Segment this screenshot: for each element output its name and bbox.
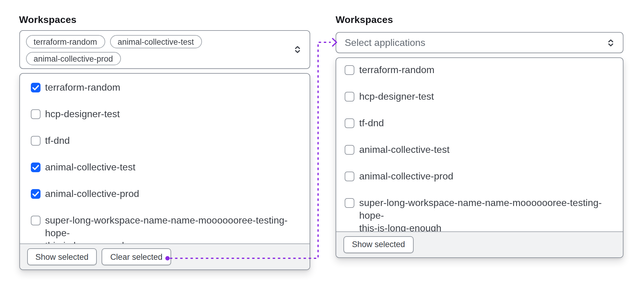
left-listbox-footer: Show selected Clear selected <box>20 243 310 269</box>
left-options-list: terraform-random hcp-designer-test tf-dn… <box>20 74 310 243</box>
checkbox[interactable] <box>31 215 40 225</box>
checkbox[interactable] <box>31 189 40 198</box>
show-selected-button[interactable]: Show selected <box>343 236 414 253</box>
show-selected-button[interactable]: Show selected <box>27 248 97 265</box>
checkbox[interactable] <box>345 65 354 75</box>
option-label: hcp-designer-test <box>45 108 120 120</box>
right-listbox-footer: Show selected <box>336 231 623 257</box>
selected-tag: terraform-random <box>26 35 105 48</box>
checkbox[interactable] <box>345 145 354 154</box>
option-label: super-long-workspace-name-name-moooooore… <box>359 196 616 231</box>
option-label: animal-collective-test <box>359 143 450 156</box>
option-label: tf-dnd <box>45 134 70 147</box>
checkbox[interactable] <box>31 136 40 145</box>
option-label: animal-collective-prod <box>45 187 139 200</box>
checkbox[interactable] <box>345 198 354 208</box>
right-options-list: terraform-random hcp-designer-test tf-dn… <box>336 58 623 231</box>
option-animal-collective-prod[interactable]: animal-collective-prod <box>345 170 616 182</box>
checkbox[interactable] <box>31 162 40 172</box>
selected-tag: animal-collective-prod <box>26 52 121 65</box>
checkbox[interactable] <box>31 109 40 119</box>
checkbox[interactable] <box>31 82 40 92</box>
option-label: animal-collective-prod <box>359 170 453 182</box>
selected-tag: animal-collective-test <box>110 35 202 48</box>
option-terraform-random[interactable]: terraform-random <box>31 81 304 94</box>
option-tf-dnd[interactable]: tf-dnd <box>345 117 616 129</box>
option-label: super-long-workspace-name-name-moooooore… <box>45 214 304 243</box>
option-label: tf-dnd <box>359 117 384 129</box>
option-super-long-workspace[interactable]: super-long-workspace-name-name-moooooore… <box>31 214 304 243</box>
page: Workspaces terraform-random animal-colle… <box>0 0 644 290</box>
select-placeholder: Select applications <box>345 37 425 48</box>
option-super-long-workspace[interactable]: super-long-workspace-name-name-moooooore… <box>345 196 616 231</box>
checkbox[interactable] <box>345 92 354 101</box>
right-listbox: terraform-random hcp-designer-test tf-dn… <box>336 57 623 258</box>
option-hcp-designer-test[interactable]: hcp-designer-test <box>31 108 304 120</box>
right-workspaces-label: Workspaces <box>336 14 393 25</box>
check-icon <box>31 82 40 92</box>
left-multiselect-trigger[interactable]: terraform-random animal-collective-test … <box>19 30 310 69</box>
left-workspaces-label: Workspaces <box>19 14 76 25</box>
option-label: terraform-random <box>359 63 434 76</box>
checkbox[interactable] <box>345 118 354 128</box>
option-animal-collective-prod[interactable]: animal-collective-prod <box>31 187 304 200</box>
check-icon <box>31 162 40 172</box>
checkbox[interactable] <box>345 171 354 181</box>
caret-updown-icon <box>293 45 302 54</box>
option-tf-dnd[interactable]: tf-dnd <box>31 134 304 147</box>
option-hcp-designer-test[interactable]: hcp-designer-test <box>345 90 616 103</box>
option-terraform-random[interactable]: terraform-random <box>345 63 616 76</box>
left-listbox: terraform-random hcp-designer-test tf-dn… <box>19 73 310 270</box>
option-animal-collective-test[interactable]: animal-collective-test <box>31 161 304 173</box>
clear-selected-button[interactable]: Clear selected <box>102 248 171 265</box>
check-icon <box>31 189 40 198</box>
option-label: terraform-random <box>45 81 120 94</box>
option-label: animal-collective-test <box>45 161 135 173</box>
option-label: hcp-designer-test <box>359 90 434 103</box>
caret-updown-icon <box>606 38 615 47</box>
right-multiselect-trigger[interactable]: Select applications <box>336 32 623 53</box>
option-animal-collective-test[interactable]: animal-collective-test <box>345 143 616 156</box>
